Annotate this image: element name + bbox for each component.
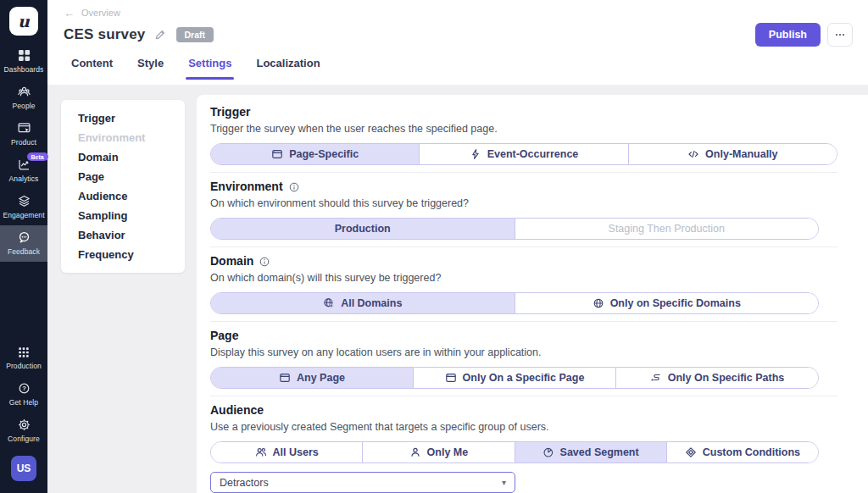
section-title: Page [210,329,837,343]
section-description: Use a previously created Segment that ta… [210,421,837,434]
section-environment: Environment On which environment should … [210,180,837,240]
menu-item-environment[interactable]: Environment [61,128,185,147]
sidebar-item-label: Engagement [3,211,44,219]
sidebar-item-people[interactable]: People [0,80,47,116]
sidebar-item-label: Get Help [9,398,38,407]
section-domain: Domain On which domain(s) will this surv… [210,254,837,314]
menu-item-sampling[interactable]: Sampling [61,206,185,225]
path-icon [650,372,662,384]
option-custom-conditions[interactable]: Custom Conditions [667,442,818,463]
section-title: Environment [210,180,837,194]
globe-icon [593,297,604,309]
option-production[interactable]: Production [211,219,515,239]
sidebar-item-analytics[interactable]: Beta Analytics [0,152,47,189]
option-staging-then-production[interactable]: Staging Then Production [515,219,819,239]
tab-localization[interactable]: Localization [256,57,320,80]
people-icon [17,85,31,99]
menu-item-behavior[interactable]: Behavior [61,225,185,245]
code-icon [687,148,699,160]
option-all-domains[interactable]: All Domains [211,293,515,313]
section-divider [210,321,837,322]
edit-title-icon[interactable] [154,29,166,41]
user-avatar[interactable]: US [11,456,36,481]
diamond-icon [685,446,697,458]
sidebar-item-engagement[interactable]: Engagement [0,189,47,225]
option-page-specific[interactable]: Page-Specific [211,144,420,164]
gear-icon [17,418,31,432]
menu-item-page[interactable]: Page [61,167,185,186]
section-title: Trigger [210,105,837,119]
info-icon[interactable] [289,182,299,192]
option-saved-segment[interactable]: Saved Segment [515,442,667,463]
app-window: u Dashboards People Product [0,0,868,493]
sidebar-item-label: People [12,102,35,110]
app-logo[interactable]: u [9,7,38,36]
tab-content[interactable]: Content [71,57,113,80]
section-description: On which domain(s) will this survey be t… [210,272,837,285]
option-only-me[interactable]: Only Me [363,442,515,463]
all-domains-icon [323,297,335,309]
section-title: Domain [210,254,837,269]
feedback-icon [17,230,31,245]
segment-select[interactable]: Detractors ▾ [210,472,515,493]
section-page: Page Display this survey on any location… [210,329,837,389]
browser-icon [279,372,291,384]
sidebar-item-label: Production [6,362,42,370]
menu-item-trigger[interactable]: Trigger [61,108,185,128]
sidebar: u Dashboards People Product [0,0,47,493]
option-specific-paths[interactable]: Only On Specific Paths [616,368,818,388]
breadcrumb-label: Overview [81,8,120,18]
ellipsis-icon [834,29,846,41]
environment-option-group: Production Staging Then Production [210,218,819,240]
section-title: Audience [210,403,837,418]
breadcrumb[interactable]: ← Overview [64,8,120,18]
section-divider [210,396,837,396]
sidebar-item-label: Dashboards [4,65,44,74]
option-all-users[interactable]: All Users [211,442,363,463]
section-description: Display this survey on any location user… [210,346,837,359]
section-divider [210,246,837,247]
audience-option-group: All Users Only Me Saved Segment Cus [210,441,819,463]
sidebar-item-label: Configure [8,435,40,443]
main-area: ← Overview CES survey Draft Publish Cont… [47,0,868,493]
info-icon[interactable] [259,257,270,267]
sidebar-item-label: Analytics [9,174,39,183]
segment-select-value: Detractors [220,477,269,489]
sidebar-item-product[interactable]: Product [0,116,47,152]
trigger-option-group: Page-Specific Event-Occurrence Only-Manu… [210,143,837,165]
section-audience: Audience Use a previously created Segmen… [210,403,837,493]
more-options-button[interactable] [827,23,853,47]
sidebar-item-label: Product [11,138,36,147]
option-only-manually[interactable]: Only-Manually [629,144,837,164]
tab-style[interactable]: Style [137,57,164,80]
tab-settings[interactable]: Settings [188,57,231,80]
menu-item-domain[interactable]: Domain [61,147,185,167]
sidebar-item-production[interactable]: Production [0,340,47,376]
content-area: Trigger Environment Domain Page Audience… [47,85,868,493]
production-grid-icon [17,345,31,359]
dashboards-icon [17,48,31,63]
section-trigger: Trigger Trigger the survey when the user… [210,105,837,165]
option-specific-page[interactable]: Only On a Specific Page [414,368,616,388]
option-any-page[interactable]: Any Page [211,368,414,388]
option-event-occurrence[interactable]: Event-Occurrence [420,144,628,164]
tab-bar: Content Style Settings Localization [64,57,853,80]
browser-icon [271,148,283,160]
publish-button[interactable]: Publish [755,23,821,47]
topbar: ← Overview CES survey Draft Publish Cont… [47,0,868,85]
sidebar-item-get-help[interactable]: ? Get Help [0,376,47,413]
users-icon [255,446,267,458]
page-title: CES survey [64,26,146,43]
sidebar-item-dashboards[interactable]: Dashboards [0,43,47,80]
sidebar-item-feedback[interactable]: Feedback [0,225,47,262]
analytics-icon: Beta [17,158,31,172]
chevron-down-icon: ▾ [502,478,506,487]
person-icon [409,446,421,458]
menu-item-frequency[interactable]: Frequency [61,245,185,264]
menu-item-audience[interactable]: Audience [61,186,185,206]
sidebar-item-configure[interactable]: Configure [0,413,47,449]
engagement-icon [17,194,31,208]
settings-menu: Trigger Environment Domain Page Audience… [61,100,185,273]
status-badge: Draft [176,27,214,42]
option-specific-domains[interactable]: Only on Specific Domains [515,293,819,313]
